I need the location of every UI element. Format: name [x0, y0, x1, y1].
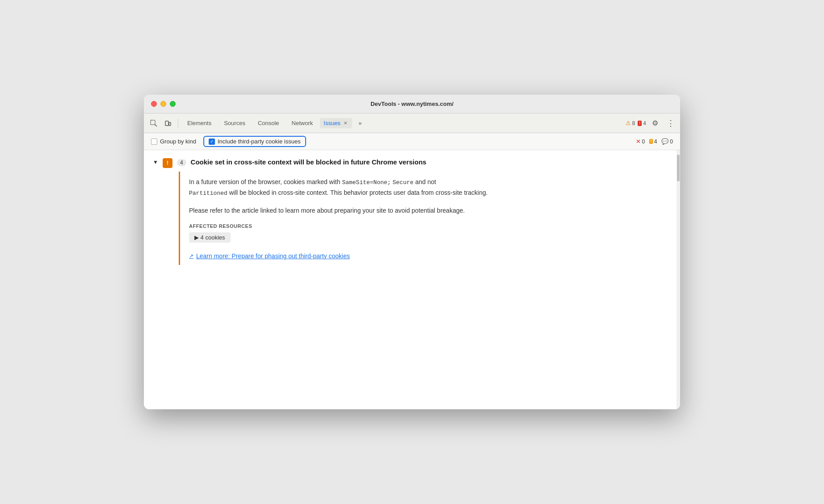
- toolbar-right: ⚠ 8 ! 4 ⚙ ⋮: [626, 117, 677, 130]
- issue-title: Cookie set in cross-site context will be…: [191, 157, 427, 167]
- warning-badge: ⚠ 8: [626, 120, 635, 126]
- tab-network[interactable]: Network: [286, 118, 319, 128]
- tab-issues-close-icon[interactable]: ✕: [342, 120, 349, 126]
- warning-count: 8: [632, 120, 635, 126]
- error-badge: ! 4: [638, 120, 646, 126]
- scrollbar-track: [677, 150, 680, 409]
- error-count: 4: [643, 120, 646, 126]
- warning-count-display: 4: [654, 139, 657, 145]
- warning-bang-icon: !: [649, 139, 652, 144]
- issue-header-row: ▼ ! 4 Cookie set in cross-site context w…: [153, 157, 671, 168]
- titlebar: DevTools - www.nytimes.com/: [144, 95, 680, 113]
- issue-description-1: In a future version of the browser, cook…: [189, 177, 671, 198]
- info-count-display: 0: [670, 139, 673, 145]
- error-icon: !: [638, 121, 642, 126]
- svg-line-1: [155, 124, 157, 126]
- tab-console[interactable]: Console: [252, 118, 285, 128]
- desc-text-1: In a future version of the browser, cook…: [189, 178, 342, 185]
- issue-description-2: Please refer to the article linked to le…: [189, 206, 671, 216]
- main-content: ▼ ! 4 Cookie set in cross-site context w…: [144, 150, 680, 409]
- code-partitioned: Partitioned: [189, 190, 227, 197]
- tab-issues-label: Issues: [324, 120, 341, 126]
- desc-text-2: Please refer to the article linked to le…: [189, 207, 465, 214]
- learn-more-text: Learn more: Prepare for phasing out thir…: [196, 252, 350, 260]
- tab-issues[interactable]: Issues ✕: [320, 118, 352, 128]
- include-third-party-container[interactable]: ✓ Include third-party cookie issues: [203, 136, 306, 147]
- traffic-lights: [151, 101, 176, 107]
- svg-rect-2: [165, 121, 168, 126]
- error-x-icon: ✕: [636, 138, 641, 145]
- window-title: DevTools - www.nytimes.com/: [370, 101, 454, 107]
- more-options-button[interactable]: ⋮: [664, 117, 677, 130]
- warning-count-item: ! 4: [649, 139, 657, 145]
- group-by-kind-text: Group by kind: [160, 138, 196, 145]
- device-mode-icon[interactable]: [162, 117, 174, 130]
- code-samesite: SameSite=None;: [342, 179, 391, 186]
- code-secure: Secure: [393, 179, 414, 186]
- toolbar: Elements Sources Console Network Issues …: [144, 113, 680, 133]
- more-tabs-button[interactable]: »: [354, 117, 366, 130]
- group-by-kind-label[interactable]: Group by kind: [151, 138, 196, 145]
- issues-filter-bar: Group by kind ✓ Include third-party cook…: [144, 133, 680, 150]
- issues-counts: ✕ 0 ! 4 💬 0: [636, 138, 673, 145]
- external-link-icon: ↗: [189, 253, 193, 259]
- inspect-icon[interactable]: [147, 117, 160, 130]
- maximize-button[interactable]: [170, 101, 176, 107]
- svg-rect-3: [169, 122, 171, 126]
- issue-warning-badge: !: [163, 158, 172, 168]
- issue-body: In a future version of the browser, cook…: [179, 172, 671, 265]
- group-by-kind-checkbox[interactable]: [151, 139, 157, 145]
- warning-triangle-icon: ⚠: [626, 120, 631, 126]
- toolbar-divider: [178, 119, 178, 128]
- scrollbar-thumb[interactable]: [677, 155, 680, 181]
- tab-elements[interactable]: Elements: [182, 118, 217, 128]
- include-third-party-text: Include third-party cookie issues: [218, 138, 301, 145]
- affected-resources-label: AFFECTED RESOURCES: [189, 223, 671, 229]
- devtools-window: DevTools - www.nytimes.com/ Elements Sou…: [144, 95, 680, 409]
- settings-button[interactable]: ⚙: [649, 117, 661, 130]
- info-chat-icon: 💬: [661, 138, 668, 145]
- cookies-button-label: ▶ 4 cookies: [194, 234, 225, 241]
- desc-text-1c: and not: [413, 178, 436, 185]
- error-count-item: ✕ 0: [636, 138, 645, 145]
- close-button[interactable]: [151, 101, 157, 107]
- learn-more-link[interactable]: ↗ Learn more: Prepare for phasing out th…: [189, 252, 350, 260]
- svg-rect-0: [151, 120, 155, 125]
- minimize-button[interactable]: [160, 101, 166, 107]
- info-count-item: 💬 0: [661, 138, 673, 145]
- desc-text-1d: will be blocked in cross-site context. T…: [227, 189, 488, 196]
- include-third-party-checkbox[interactable]: ✓: [209, 139, 215, 145]
- error-count-display: 0: [642, 139, 645, 145]
- issue-count-badge: 4: [177, 159, 186, 166]
- tab-sources[interactable]: Sources: [219, 118, 251, 128]
- cookies-expand-button[interactable]: ▶ 4 cookies: [189, 232, 231, 243]
- issue-toggle[interactable]: ▼: [153, 159, 158, 165]
